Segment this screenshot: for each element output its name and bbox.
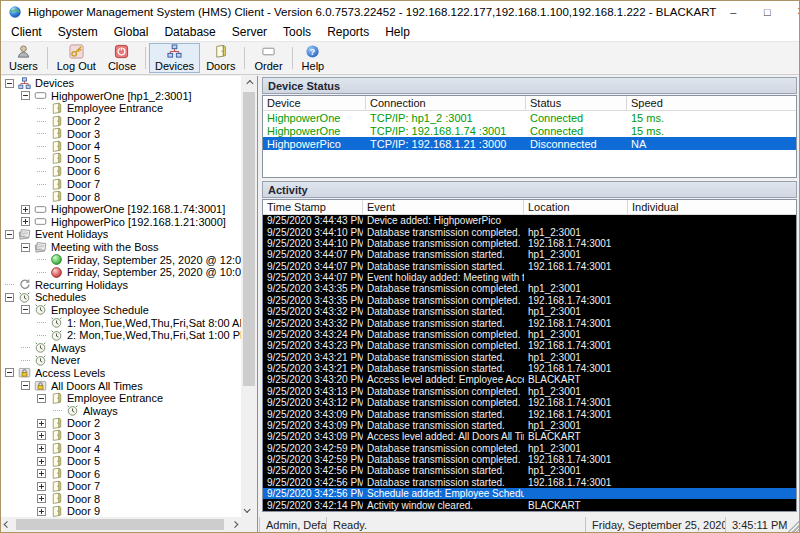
activity-row[interactable]: 9/25/2020 3:44:43 PMDevice added: Highpo… [263, 215, 796, 226]
tree-item-friday-september-25-2020-12-00-00-am[interactable]: Friday, September 25, 2020 @ 12:00:00 AM [1, 253, 241, 266]
activity-row[interactable]: 9/25/2020 3:43:23 PMDatabase transmissio… [263, 340, 796, 351]
activity-row[interactable]: 9/25/2020 3:43:32 PMDatabase transmissio… [263, 306, 796, 317]
column-header-location[interactable]: Location [524, 200, 628, 214]
tree-item-door-7[interactable]: Door 7 [1, 480, 241, 493]
tree-item-door-9[interactable]: Door 9 [1, 505, 241, 517]
tree-item-2-mon-tue-wed-thu-fri-sat-1-00-pm-5-30-pm[interactable]: 2: Mon,Tue,Wed,Thu,Fri,Sat 1:00 PM-5:30 … [1, 329, 241, 342]
tree-item-highpowerone-192-168-1-74-3001[interactable]: HighpowerOne [192.168.1.74:3001] [1, 203, 241, 216]
activity-row[interactable]: 9/25/2020 3:44:07 PMDatabase transmissio… [263, 249, 796, 260]
tree-item-door-8[interactable]: Door 8 [1, 493, 241, 506]
tree-expander-minus[interactable] [5, 368, 14, 377]
tree-expander-plus[interactable] [21, 205, 30, 214]
tree-item-employee-entrance[interactable]: Employee Entrance [1, 392, 241, 405]
tree-expander-plus[interactable] [37, 431, 46, 440]
toolbar-button-help[interactable]: ?Help [296, 43, 331, 73]
tree-item-employee-schedule[interactable]: Employee Schedule [1, 304, 241, 317]
tree-item-door-7[interactable]: Door 7 [1, 178, 241, 191]
toolbar-button-close[interactable]: Close [102, 43, 142, 73]
activity-row[interactable]: 9/25/2020 3:43:21 PMDatabase transmissio… [263, 363, 796, 374]
tree-item-always[interactable]: Always [1, 341, 241, 354]
tree-item-never[interactable]: Never [1, 354, 241, 367]
tree-expander-plus[interactable] [37, 457, 46, 466]
menu-item-help[interactable]: Help [377, 23, 418, 41]
column-header-event[interactable]: Event [363, 200, 524, 214]
activity-row[interactable]: 9/25/2020 3:42:14 PMActivity window clea… [263, 499, 796, 510]
close-button[interactable]: ✕ [784, 1, 800, 22]
scroll-down-arrow-icon[interactable] [241, 502, 256, 517]
column-header-connection[interactable]: Connection [366, 96, 526, 110]
activity-row[interactable]: 9/25/2020 3:43:09 PMDatabase transmissio… [263, 420, 796, 431]
tree-expander-plus[interactable] [37, 494, 46, 503]
tree-item-event-holidays[interactable]: Event Holidays [1, 228, 241, 241]
tree-expander-minus[interactable] [5, 79, 14, 88]
activity-row[interactable]: 9/25/2020 3:43:35 PMDatabase transmissio… [263, 295, 796, 306]
activity-row[interactable]: 9/25/2020 3:42:56 PMSchedule added: Empl… [263, 488, 796, 499]
activity-row[interactable]: 9/25/2020 3:43:13 PMDatabase transmissio… [263, 386, 796, 397]
tree-item-highpowerpico-192-168-1-21-3000[interactable]: HighpowerPico [192.168.1.21:3000] [1, 216, 241, 229]
tree-expander-minus[interactable] [37, 394, 46, 403]
activity-row[interactable]: 9/25/2020 3:44:07 PMDatabase transmissio… [263, 261, 796, 272]
tree-expander-minus[interactable] [5, 230, 14, 239]
activity-row[interactable]: 9/25/2020 3:43:24 PMDatabase transmissio… [263, 329, 796, 340]
tree-expander-plus[interactable] [37, 469, 46, 478]
tree-expander-minus[interactable] [21, 381, 30, 390]
horizontal-scroll-thumb[interactable] [16, 519, 224, 530]
tree-expander-minus[interactable] [21, 305, 30, 314]
tree-expander-minus[interactable] [21, 91, 30, 100]
column-header-individual[interactable]: Individual [628, 200, 796, 214]
tree-vertical-scrollbar[interactable] [241, 76, 257, 517]
toolbar-button-log-out[interactable]: Log Out [51, 43, 102, 73]
tree-item-door-6[interactable]: Door 6 [1, 467, 241, 480]
maximize-button[interactable]: □ [750, 1, 784, 22]
menu-item-client[interactable]: Client [3, 23, 50, 41]
tree-expander-plus[interactable] [37, 419, 46, 428]
toolbar-button-doors[interactable]: Doors [200, 43, 241, 73]
vertical-scroll-thumb[interactable] [243, 92, 255, 386]
device-row[interactable]: HighpowerOneTCP/IP: 192.168.1.74 :3001Co… [263, 124, 796, 137]
activity-row[interactable]: 9/25/2020 3:43:35 PMDatabase transmissio… [263, 283, 796, 294]
scroll-right-arrow-icon[interactable] [226, 517, 241, 532]
column-header-device[interactable]: Device [263, 96, 366, 110]
tree-item-devices[interactable]: Devices [1, 77, 241, 90]
tree-expander-plus[interactable] [37, 482, 46, 491]
minimize-button[interactable]: – [716, 1, 750, 22]
tree-expander-plus[interactable] [37, 444, 46, 453]
menu-item-server[interactable]: Server [224, 23, 275, 41]
activity-row[interactable]: 9/25/2020 3:43:21 PMDatabase transmissio… [263, 352, 796, 363]
toolbar-button-users[interactable]: Users [3, 43, 44, 73]
tree-item-door-2[interactable]: Door 2 [1, 115, 241, 128]
tree-item-door-3[interactable]: Door 3 [1, 430, 241, 443]
activity-row[interactable]: 9/25/2020 3:43:09 PMAccess level added: … [263, 431, 796, 442]
tree-item-friday-september-25-2020-10-00-00-am[interactable]: Friday, September 25, 2020 @ 10:00:00 AM [1, 266, 241, 279]
tree-item-door-2[interactable]: Door 2 [1, 417, 241, 430]
tree-item-employee-entrance[interactable]: Employee Entrance [1, 102, 241, 115]
device-row[interactable]: HighpowerOneTCP/IP: hp1_2 :3001Connected… [263, 111, 796, 124]
scroll-up-arrow-icon[interactable] [241, 76, 256, 91]
tree-expander-plus[interactable] [37, 507, 46, 516]
activity-row[interactable]: 9/25/2020 3:43:09 PMDatabase transmissio… [263, 408, 796, 419]
activity-row[interactable]: 9/25/2020 3:44:10 PMDatabase transmissio… [263, 238, 796, 249]
column-header-time-stamp[interactable]: Time Stamp [263, 200, 363, 214]
activity-row[interactable]: 9/25/2020 3:43:20 PMAccess level added: … [263, 374, 796, 385]
tree-item-door-8[interactable]: Door 8 [1, 190, 241, 203]
activity-row[interactable]: 9/25/2020 3:44:07 PMEvent holiday added:… [263, 272, 796, 283]
tree-item-highpowerone-hp1-2-3001[interactable]: HighpowerOne [hp1_2:3001] [1, 90, 241, 103]
column-header-status[interactable]: Status [526, 96, 627, 110]
activity-row[interactable]: 9/25/2020 3:42:59 PMDatabase transmissio… [263, 454, 796, 465]
tree-item-1-mon-tue-wed-thu-fri-sat-8-00-am-12-00-pm[interactable]: 1: Mon,Tue,Wed,Thu,Fri,Sat 8:00 AM-12:00… [1, 316, 241, 329]
activity-row[interactable]: 9/25/2020 3:43:32 PMDatabase transmissio… [263, 317, 796, 328]
column-header-speed[interactable]: Speed [627, 96, 796, 110]
tree-item-door-4[interactable]: Door 4 [1, 140, 241, 153]
tree-horizontal-scrollbar[interactable] [1, 517, 241, 532]
tree-item-door-3[interactable]: Door 3 [1, 127, 241, 140]
menu-item-tools[interactable]: Tools [275, 23, 319, 41]
menu-item-system[interactable]: System [50, 23, 106, 41]
activity-row[interactable]: 9/25/2020 3:42:59 PMDatabase transmissio… [263, 443, 796, 454]
tree-item-all-doors-all-times[interactable]: All Doors All Times [1, 379, 241, 392]
menu-item-global[interactable]: Global [106, 23, 157, 41]
activity-row[interactable]: 9/25/2020 3:44:10 PMDatabase transmissio… [263, 226, 796, 237]
tree-item-always[interactable]: Always [1, 404, 241, 417]
toolbar-button-devices[interactable]: Devices [149, 43, 200, 73]
toolbar-button-order[interactable]: Order [248, 43, 288, 73]
tree-item-schedules[interactable]: Schedules [1, 291, 241, 304]
